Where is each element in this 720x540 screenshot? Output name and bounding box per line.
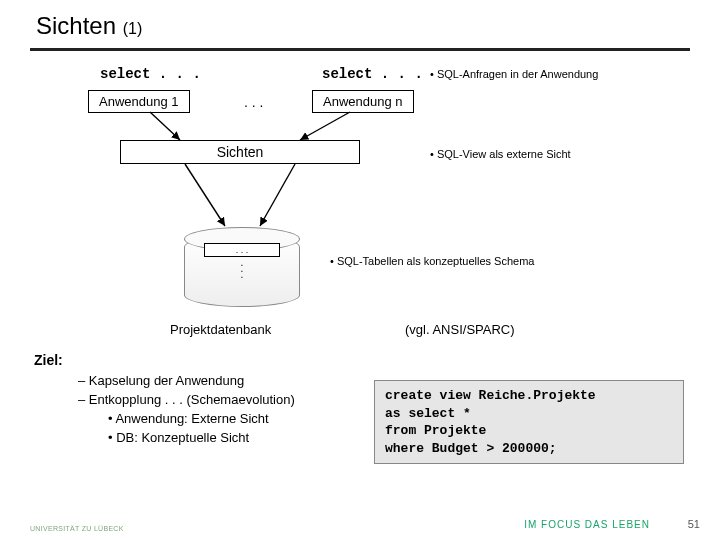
- note-sql-view: • SQL-View als externe Sicht: [430, 148, 571, 160]
- db-vertical-dots: ...: [184, 260, 300, 278]
- code-line-4: where Budget > 200000;: [385, 440, 673, 458]
- ziel-list: – Kapselung der Anwendung – Entkopplung …: [60, 372, 295, 447]
- ziel-label: Ziel:: [34, 352, 63, 368]
- title-rule: [30, 48, 690, 51]
- sql-code-box: create view Reiche.Projekte as select * …: [374, 380, 684, 464]
- code-line-1: create view Reiche.Projekte: [385, 387, 673, 405]
- svg-line-0: [150, 112, 180, 140]
- footer-university: UNIVERSITÄT ZU LÜBECK: [30, 525, 124, 532]
- ziel-item-2: – Entkopplung . . . (Schemaevolution): [78, 391, 295, 410]
- sichten-box: Sichten: [120, 140, 360, 164]
- note-sql-anfragen: • SQL-Anfragen in der Anwendung: [430, 68, 598, 80]
- page-number: 51: [688, 518, 700, 530]
- db-label: Projektdatenbank: [170, 322, 271, 337]
- ziel-item-1: – Kapselung der Anwendung: [78, 372, 295, 391]
- ziel-item-3: • Anwendung: Externe Sicht: [108, 410, 295, 429]
- ansi-note: (vgl. ANSI/SPARC): [405, 322, 515, 337]
- app-box-n: Anwendung n: [312, 90, 414, 113]
- svg-line-1: [300, 112, 350, 140]
- footer-motto: IM FOCUS DAS LEBEN: [524, 519, 650, 530]
- code-line-3: from Projekte: [385, 422, 673, 440]
- db-inner-table: . . .: [204, 243, 280, 257]
- apps-ellipsis: . . .: [244, 94, 263, 110]
- title-sub: (1): [123, 20, 143, 37]
- slide-title: Sichten (1): [36, 12, 142, 40]
- title-main: Sichten: [36, 12, 116, 39]
- code-line-2: as select *: [385, 405, 673, 423]
- app-box-1: Anwendung 1: [88, 90, 190, 113]
- ziel-item-4: • DB: Konzeptuelle Sicht: [108, 429, 295, 448]
- note-sql-tabellen: • SQL-Tabellen als konzeptuelles Schema: [330, 255, 534, 267]
- select-left: select . . .: [100, 66, 201, 82]
- database-graphic: . . . ...: [184, 215, 300, 310]
- select-right: select . . .: [322, 66, 423, 82]
